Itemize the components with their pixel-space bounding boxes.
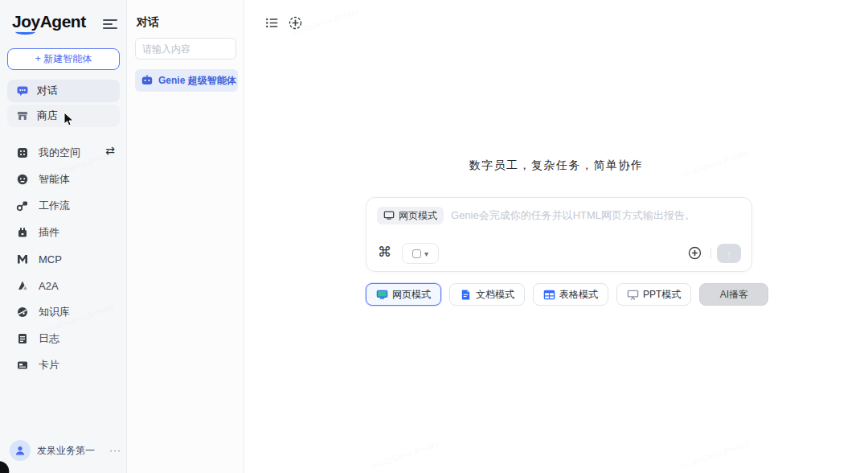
model-dropdown[interactable]: ▾	[402, 243, 439, 264]
swap-icon[interactable]: ⇄	[105, 144, 115, 157]
toolbar-divider	[710, 248, 711, 259]
attach-plus-icon[interactable]	[688, 246, 702, 260]
main-header-icons	[265, 16, 302, 30]
sidebar-item-a2a[interactable]: A2A	[0, 276, 127, 295]
new-task-icon[interactable]	[289, 16, 302, 30]
web-mode-icon	[376, 289, 388, 301]
mode-button-label: PPT模式	[643, 288, 681, 302]
sidebar-item-plugins[interactable]: 插件	[0, 223, 127, 242]
search-input[interactable]	[135, 38, 236, 60]
sidebar-item-label: 对话	[37, 84, 58, 98]
my-space-icon	[16, 146, 29, 159]
send-button[interactable]: ↑	[717, 244, 741, 263]
main-content: 数字员工，复杂任务，简单协作 网页模式 Genie会完成你的任务并以HTML网页…	[244, 0, 868, 473]
user-name: 发呆业务第一	[37, 444, 95, 458]
mode-button-label: 网页模式	[392, 288, 431, 302]
sidebar-item-label: A2A	[39, 280, 59, 292]
sidebar-item-chat[interactable]: 对话	[7, 80, 120, 102]
mode-button-label: AI播客	[720, 288, 748, 302]
caret-down-icon: ▾	[424, 249, 428, 258]
store-icon	[16, 109, 29, 122]
sidebar-item-workflow[interactable]: 工作流	[0, 196, 127, 216]
composer[interactable]: 网页模式 Genie会完成你的任务并以HTML网页方式输出报告。 ⌘ ▾ ↑	[366, 197, 752, 272]
task-list-icon[interactable]	[265, 16, 279, 30]
sidebar: JoyAgent + 新建智能体 对话 商店 我的空间 ⇄	[0, 0, 127, 473]
model-icon	[412, 249, 421, 258]
logo-swoosh	[15, 29, 35, 35]
avatar	[10, 440, 31, 461]
sidebar-item-label: 知识库	[39, 305, 70, 319]
mode-button-label: 表格模式	[559, 288, 598, 302]
sidebar-item-label: 智能体	[39, 172, 70, 187]
sidebar-item-label: 工作流	[39, 199, 70, 213]
sidebar-item-store[interactable]: 商店	[7, 105, 120, 127]
user-more-icon[interactable]: ···	[109, 445, 121, 456]
composer-mode-tag-label: 网页模式	[399, 209, 437, 223]
logo-row: JoyAgent	[0, 0, 126, 39]
table-mode-icon	[543, 289, 555, 301]
sidebar-item-logs[interactable]: 日志	[0, 329, 127, 348]
sidebar-item-label: MCP	[39, 253, 62, 265]
ppt-mode-icon	[627, 289, 639, 301]
sidebar-item-knowledge-base[interactable]: 知识库	[0, 302, 127, 322]
mode-button-ai-podcast[interactable]: AI播客	[699, 283, 768, 306]
mode-button-document[interactable]: 文档模式	[449, 283, 525, 306]
mode-button-label: 文档模式	[476, 288, 514, 302]
sidebar-item-label: 我的空间	[39, 146, 80, 160]
user-profile[interactable]: 发呆业务第一 ···	[0, 436, 127, 465]
chat-panel: 对话 Genie 超级智能体	[127, 0, 244, 473]
logs-icon	[16, 332, 29, 345]
sidebar-item-label: 日志	[39, 331, 59, 346]
composer-mode-tag[interactable]: 网页模式	[377, 207, 444, 224]
deep-think-knot-icon[interactable]: ⌘	[378, 245, 391, 261]
chat-bubble-icon	[16, 84, 29, 97]
sidebar-item-label: 商店	[37, 109, 58, 123]
main-heading: 数字员工，复杂任务，简单协作	[244, 158, 868, 173]
sidebar-item-my-space[interactable]: 我的空间 ⇄	[0, 143, 127, 162]
conversation-item-label: Genie 超级智能体	[158, 74, 236, 88]
cards-icon	[16, 359, 29, 372]
new-agent-button[interactable]: + 新建智能体	[7, 48, 120, 70]
composer-tag-row: 网页模式 Genie会完成你的任务并以HTML网页方式输出报告。	[377, 207, 695, 224]
robot-icon	[141, 74, 154, 87]
composer-toolbar: ⌘ ▾ ↑	[366, 243, 751, 264]
composer-placeholder: Genie会完成你的任务并以HTML网页方式输出报告。	[451, 208, 695, 223]
mcp-icon	[16, 253, 29, 265]
conversation-item-genie[interactable]: Genie 超级智能体	[135, 69, 238, 92]
sidebar-item-label: 插件	[39, 225, 59, 240]
mode-button-web[interactable]: 网页模式	[366, 283, 441, 306]
chat-panel-title: 对话	[137, 15, 159, 30]
knowledge-base-icon	[16, 306, 29, 319]
mode-buttons-row: 网页模式 文档模式 表格模式 PPT模式	[366, 283, 768, 306]
agent-icon	[16, 173, 29, 186]
sidebar-item-cards[interactable]: 卡片	[0, 356, 127, 375]
collapse-sidebar-icon[interactable]	[103, 17, 117, 30]
monitor-icon	[383, 210, 395, 221]
person-icon	[14, 445, 26, 456]
document-mode-icon	[460, 289, 472, 301]
sidebar-item-agents[interactable]: 智能体	[0, 170, 127, 189]
sidebar-item-label: 卡片	[39, 358, 59, 372]
mode-button-ppt[interactable]: PPT模式	[616, 283, 691, 306]
a2a-icon	[16, 279, 29, 292]
mode-button-table[interactable]: 表格模式	[533, 283, 608, 306]
sidebar-item-mcp[interactable]: MCP	[0, 249, 127, 269]
workflow-icon	[16, 199, 29, 212]
plugin-icon	[16, 226, 29, 239]
